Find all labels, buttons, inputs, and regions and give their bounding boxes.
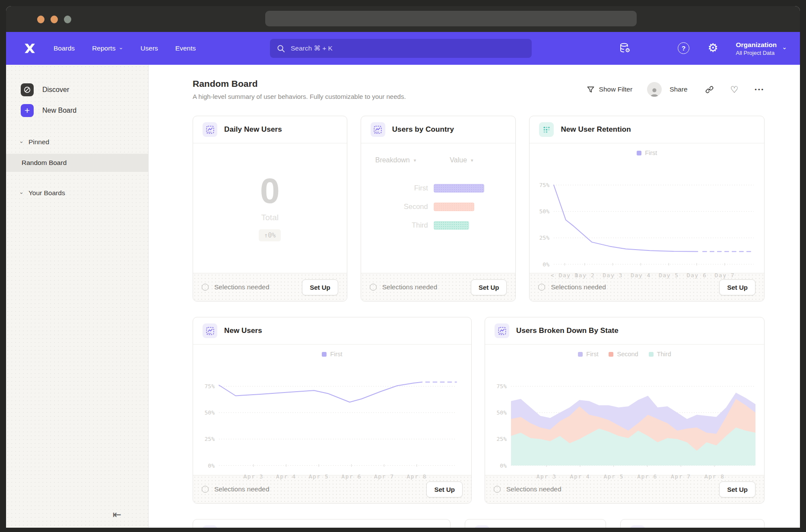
nav-item-users[interactable]: Users xyxy=(140,44,158,52)
section-label: Your Boards xyxy=(29,189,65,197)
data-management-icon[interactable] xyxy=(619,42,631,55)
empty-circle-icon xyxy=(370,284,377,291)
svg-text:Apr 8: Apr 8 xyxy=(407,473,427,480)
breakdown-dropdown[interactable]: Breakdown ▾ xyxy=(375,156,416,164)
more-options-icon[interactable]: ••• xyxy=(755,86,765,93)
empty-circle-icon xyxy=(202,486,209,493)
filter-funnel-icon xyxy=(587,86,595,94)
empty-circle-icon xyxy=(538,284,545,291)
show-filter-button[interactable]: Show Filter xyxy=(587,86,633,94)
page-subtitle: A high-level summary of user behaviors. … xyxy=(193,93,406,100)
chevron-down-icon: ▾ xyxy=(414,158,416,163)
address-bar[interactable] xyxy=(265,11,637,26)
sidebar-item-discover[interactable]: Discover xyxy=(6,79,148,100)
svg-text:Apr 4: Apr 4 xyxy=(276,473,296,480)
page-title: Random Board xyxy=(193,79,406,89)
nav-item-events[interactable]: Events xyxy=(175,44,196,52)
plus-icon: + xyxy=(21,104,34,117)
org-project: All Project Data xyxy=(736,50,777,56)
line-chart-icon xyxy=(203,122,217,137)
settings-gear-icon[interactable]: ⚙ xyxy=(707,42,720,55)
favorite-heart-icon[interactable]: ♡ xyxy=(730,85,739,94)
nav-item-boards[interactable]: Boards xyxy=(54,44,75,52)
value-dropdown[interactable]: Value ▾ xyxy=(450,156,473,164)
apps-grid-icon[interactable] xyxy=(648,42,661,55)
legend-swatch xyxy=(578,352,583,357)
window-zoom-button[interactable] xyxy=(64,16,71,23)
card-users-by-country: Users by Country Breakdown ▾ Value ▾ Fir… xyxy=(361,116,516,301)
svg-text:Apr 5: Apr 5 xyxy=(309,473,329,480)
legend-swatch xyxy=(649,352,654,357)
svg-text:25%: 25% xyxy=(205,436,215,442)
status-selections-needed: Selections needed xyxy=(538,283,606,291)
breakdown-row: Third xyxy=(361,216,516,234)
window-controls xyxy=(37,16,71,23)
legend-label: First xyxy=(645,149,657,156)
search-input[interactable] xyxy=(290,44,525,53)
svg-text:50%: 50% xyxy=(497,409,507,416)
legend-label: First xyxy=(330,351,342,358)
nav-label: Users xyxy=(140,44,158,52)
svg-text:0%: 0% xyxy=(208,462,215,469)
svg-text:Apr 4: Apr 4 xyxy=(570,473,590,480)
svg-text:Day 7: Day 7 xyxy=(715,272,735,279)
setup-button[interactable]: Set Up xyxy=(471,279,507,295)
svg-text:Apr 5: Apr 5 xyxy=(603,473,624,480)
copy-link-icon[interactable] xyxy=(705,85,714,94)
window-minimize-button[interactable] xyxy=(51,16,58,23)
sidebar-item-new-board[interactable]: + New Board xyxy=(6,100,148,121)
sidebar-collapse-icon[interactable]: ⇤ xyxy=(113,509,121,521)
help-icon[interactable]: ? xyxy=(677,42,690,55)
mixpanel-logo-icon[interactable] xyxy=(23,42,36,55)
chevron-down-icon: ▾ xyxy=(471,158,473,163)
setup-button[interactable]: Set Up xyxy=(302,279,338,295)
breakdown-label: Second xyxy=(361,203,434,211)
search-icon xyxy=(277,44,285,53)
card-title: New User Retention xyxy=(561,125,631,134)
svg-text:Day 6: Day 6 xyxy=(687,272,707,279)
svg-text:0%: 0% xyxy=(543,261,550,268)
svg-text:Apr 6: Apr 6 xyxy=(637,473,657,480)
svg-text:75%: 75% xyxy=(539,182,550,188)
line-chart-icon xyxy=(475,526,489,528)
person-icon xyxy=(649,86,660,97)
legend-item: First xyxy=(578,351,598,358)
board-main: Random Board A high-level summary of use… xyxy=(149,65,800,528)
show-filter-label: Show Filter xyxy=(599,86,633,93)
svg-text:0%: 0% xyxy=(500,462,507,469)
sidebar-item-label: New Board xyxy=(42,107,76,114)
nav-item-reports[interactable]: Reports ⌄ xyxy=(92,44,123,52)
svg-text:Day 5: Day 5 xyxy=(659,272,679,279)
card-title: Daily New Users xyxy=(224,125,282,134)
browser-titlebar xyxy=(6,6,800,32)
line-chart-icon xyxy=(203,526,217,528)
sidebar-section-your-boards[interactable]: ⌄ Your Boards xyxy=(6,186,148,200)
metric-label: Total xyxy=(261,213,279,222)
card-new-user-retention: New User Retention First 75%50%25%0%< Da… xyxy=(529,116,765,301)
avatar[interactable] xyxy=(647,82,662,97)
svg-text:Day 3: Day 3 xyxy=(603,272,623,279)
empty-circle-icon xyxy=(494,486,501,493)
breakdown-row: Second xyxy=(361,197,516,216)
nav-label: Boards xyxy=(54,44,75,52)
card-active-users: Active Users xyxy=(620,519,765,528)
sidebar-item-random-board[interactable]: Random Board xyxy=(6,154,148,172)
share-button[interactable]: Share xyxy=(670,86,687,93)
card-insights-report: Insights Report xyxy=(465,519,606,528)
breakdown-bar xyxy=(434,184,484,193)
line-chart-icon xyxy=(371,122,385,137)
window-close-button[interactable] xyxy=(37,16,44,23)
sidebar-section-pinned[interactable]: ⌄ Pinned xyxy=(6,135,148,149)
svg-text:75%: 75% xyxy=(497,383,507,390)
org-switcher[interactable]: Organization All Project Data ⌄ xyxy=(736,41,787,56)
global-search[interactable] xyxy=(270,39,532,58)
chart-legend: First xyxy=(193,351,471,358)
chevron-down-icon: ⌄ xyxy=(782,44,787,51)
card-title: Users Broken Down By State xyxy=(516,326,619,335)
section-label: Pinned xyxy=(29,138,49,146)
svg-text:50%: 50% xyxy=(205,409,215,416)
legend-swatch xyxy=(609,352,613,357)
line-chart-icon xyxy=(630,526,645,528)
card-stacked-line-graph: Stacked Line Graph xyxy=(193,519,451,528)
line-chart-icon xyxy=(495,323,509,338)
